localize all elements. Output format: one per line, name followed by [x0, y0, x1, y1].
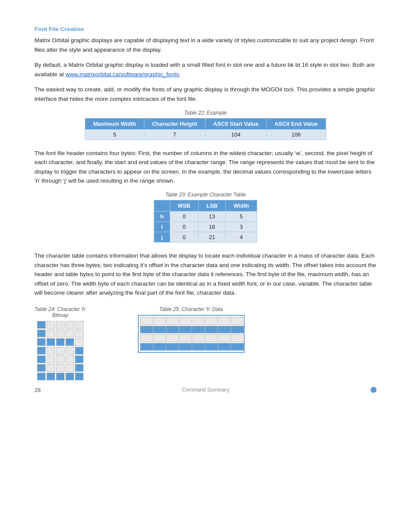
bitmap-cell	[65, 321, 74, 329]
table-23: MSB LSB Width h 0 13 5 i 0 18 3	[154, 200, 257, 243]
bitmap-cell	[65, 338, 74, 346]
table-22-wrapper: Table 22: Example Maximum Width Characte…	[34, 110, 377, 140]
data-cell	[140, 326, 154, 333]
data-cell	[140, 317, 154, 325]
bitmap-cell	[75, 330, 84, 337]
bitmap-cell	[47, 373, 55, 380]
cell-j-width: 4	[225, 232, 257, 242]
data-cell	[179, 334, 193, 342]
bitmap-cell	[65, 364, 74, 372]
char-j: j	[154, 232, 170, 242]
bitmap-cell	[75, 364, 84, 372]
data-cell	[179, 343, 193, 351]
cell-i-width: 3	[225, 221, 257, 232]
char-i: i	[154, 221, 170, 232]
cell-i-msb: 0	[170, 221, 199, 232]
paragraph-5: The character table contains information…	[34, 251, 377, 298]
table-row: h 0 13 5	[154, 211, 257, 221]
bitmap-cell	[56, 364, 65, 372]
bitmap-cell	[47, 338, 55, 346]
data-cell	[218, 334, 231, 342]
bitmap-cell	[37, 373, 46, 380]
bitmap-cell	[56, 347, 65, 355]
bitmap-cell	[65, 330, 74, 337]
table-22: Maximum Width Character Height ASCII Sta…	[85, 118, 326, 140]
bitmap-cell	[75, 347, 84, 355]
data-cell	[140, 334, 154, 342]
bitmap-cell	[47, 330, 55, 337]
paragraph-3: The easiest way to create, add, or modif…	[34, 85, 377, 103]
char-h: h	[154, 211, 170, 221]
data-cell	[153, 334, 167, 342]
table-row: 5 7 104 106	[85, 129, 326, 140]
data-cell	[192, 343, 206, 351]
cell-j-msb: 0	[170, 232, 199, 242]
data-cell	[153, 343, 167, 351]
cell-h-msb: 0	[170, 211, 199, 221]
bitmap-cell	[56, 321, 65, 329]
bitmap-cell	[37, 355, 46, 363]
col-msb: MSB	[170, 200, 199, 211]
data-cell	[218, 326, 231, 333]
table-row: i 0 18 3	[154, 221, 257, 232]
cell-char-height: 7	[144, 129, 205, 140]
data-grid-h	[138, 315, 245, 353]
section-title: Font File Creation	[34, 26, 377, 32]
bitmap-cell	[37, 364, 46, 372]
bitmap-cell	[65, 355, 74, 363]
data-cell	[205, 334, 218, 342]
bitmap-cell	[47, 364, 55, 372]
bitmap-cell	[37, 347, 46, 355]
data-cell	[205, 326, 218, 333]
data-cell	[230, 343, 244, 351]
table-22-caption: Table 22: Example	[184, 110, 227, 116]
data-cell	[166, 326, 180, 333]
bitmap-cell	[37, 321, 46, 329]
bitmap-cell	[56, 355, 65, 363]
link-fonts[interactable]: www.matrixorbital.ca/software/graphic_fo…	[65, 71, 179, 78]
data-cell	[153, 326, 167, 333]
footer-dot	[371, 387, 377, 393]
cell-i-lsb: 18	[198, 221, 225, 232]
col-width: Width	[225, 200, 257, 211]
cell-max-width: 5	[85, 129, 144, 140]
table-25-wrapper: Table 25: Character 'h' Data	[138, 306, 245, 353]
col-ascii-start: ASCII Start Value	[205, 118, 266, 129]
col-ascii-end: ASCII End Value	[267, 118, 326, 129]
page: Font File Creation Matrix Orbital graphi…	[0, 0, 411, 406]
bitmap-cell	[47, 347, 55, 355]
table-row: j 0 21 4	[154, 232, 257, 242]
cell-h-lsb: 13	[198, 211, 225, 221]
data-cell	[230, 317, 244, 325]
cell-ascii-start: 104	[205, 129, 266, 140]
bitmap-grid-h	[37, 321, 84, 380]
data-cell	[166, 343, 180, 351]
data-cells	[140, 317, 243, 351]
col-char-height: Character Height	[144, 118, 205, 129]
col-empty	[154, 200, 170, 211]
table-23-wrapper: Table 23: Example Character Table MSB LS…	[34, 192, 377, 243]
bitmap-cell	[65, 373, 74, 380]
bitmap-cell	[75, 321, 84, 329]
col-lsb: LSB	[198, 200, 225, 211]
data-cell	[179, 317, 193, 325]
data-cell	[230, 326, 244, 333]
data-cell	[192, 334, 206, 342]
paragraph-4: The font file header contains four bytes…	[34, 149, 377, 186]
data-cell	[166, 334, 180, 342]
bitmap-cell	[47, 355, 55, 363]
data-cell	[218, 343, 231, 351]
bitmap-cell	[37, 330, 46, 337]
cell-ascii-end: 106	[267, 129, 326, 140]
footer-label: Command Summary	[182, 387, 229, 393]
bitmap-cell	[56, 338, 65, 346]
footer: 28 Command Summary	[34, 387, 377, 393]
table-23-caption: Table 23: Example Character Table	[165, 192, 246, 198]
data-cell	[205, 317, 218, 325]
cell-h-width: 5	[225, 211, 257, 221]
bitmap-cell	[75, 373, 84, 380]
table-24-caption: Table 24: Character 'h'Bitmap	[34, 306, 86, 318]
bitmap-cell	[47, 321, 55, 329]
data-cell	[192, 326, 206, 333]
cell-j-lsb: 21	[198, 232, 225, 242]
